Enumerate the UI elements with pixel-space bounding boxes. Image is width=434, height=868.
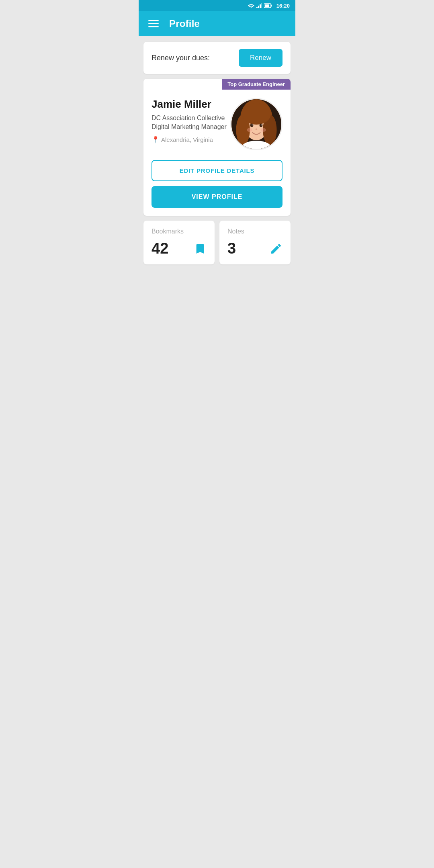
- edit-profile-button[interactable]: EDIT PROFILE DETAILS: [151, 160, 283, 181]
- svg-point-12: [242, 103, 271, 125]
- bookmarks-count: 42: [151, 240, 168, 257]
- notes-edit-icon: [270, 242, 283, 255]
- svg-point-20: [260, 128, 266, 132]
- svg-rect-6: [265, 4, 269, 7]
- svg-rect-2: [260, 4, 261, 8]
- profile-text: Jamie Miller DC Association Collective D…: [151, 98, 230, 143]
- avatar: [230, 98, 283, 150]
- wifi-icon: [248, 3, 254, 8]
- renew-button[interactable]: Renew: [239, 49, 283, 67]
- status-icons: 16:20: [248, 3, 290, 9]
- bookmarks-bottom: 42: [151, 240, 207, 257]
- notes-card[interactable]: Notes 3: [219, 221, 291, 264]
- menu-line-1: [148, 20, 159, 21]
- top-badge: Top Graduate Engineer: [222, 79, 291, 90]
- profile-location: 📍 Alexandria, Virginia: [151, 136, 230, 143]
- notes-bottom: 3: [227, 240, 283, 257]
- signal-icon: [256, 3, 262, 8]
- menu-line-3: [148, 26, 159, 27]
- app-bar: Profile: [139, 11, 295, 36]
- svg-point-15: [252, 124, 253, 125]
- profile-card: Top Graduate Engineer Jamie Miller DC As…: [143, 79, 291, 216]
- profile-org: DC Association Collective Digital Market…: [151, 114, 230, 132]
- status-bar: 16:20: [139, 0, 295, 11]
- renew-card: Renew your dues: Renew: [143, 42, 291, 74]
- avatar-image: [231, 99, 281, 149]
- view-profile-button[interactable]: VIEW PROFILE: [151, 186, 283, 208]
- renew-label: Renew your dues:: [151, 54, 210, 62]
- svg-rect-3: [261, 3, 262, 8]
- menu-line-2: [148, 23, 159, 25]
- bookmarks-label: Bookmarks: [151, 228, 207, 235]
- profile-name: Jamie Miller: [151, 98, 230, 111]
- bookmark-icon: [194, 242, 207, 255]
- main-content: Renew your dues: Renew Top Graduate Engi…: [139, 36, 295, 270]
- bookmarks-card[interactable]: Bookmarks 42: [143, 221, 215, 264]
- svg-point-16: [261, 124, 262, 125]
- menu-button[interactable]: [147, 18, 160, 29]
- svg-point-17: [256, 128, 258, 130]
- svg-point-19: [247, 128, 252, 132]
- location-pin-icon: 📍: [151, 136, 160, 143]
- notes-label: Notes: [227, 228, 283, 235]
- svg-rect-5: [271, 5, 272, 7]
- page-title: Profile: [169, 18, 200, 29]
- profile-actions: EDIT PROFILE DETAILS VIEW PROFILE: [151, 160, 283, 208]
- svg-rect-0: [256, 7, 258, 8]
- status-time: 16:20: [276, 3, 290, 9]
- profile-info-row: Jamie Miller DC Association Collective D…: [151, 98, 283, 150]
- svg-rect-1: [258, 6, 259, 8]
- stats-row: Bookmarks 42 Notes 3: [143, 221, 291, 264]
- notes-count: 3: [227, 240, 236, 257]
- battery-icon: [264, 3, 272, 8]
